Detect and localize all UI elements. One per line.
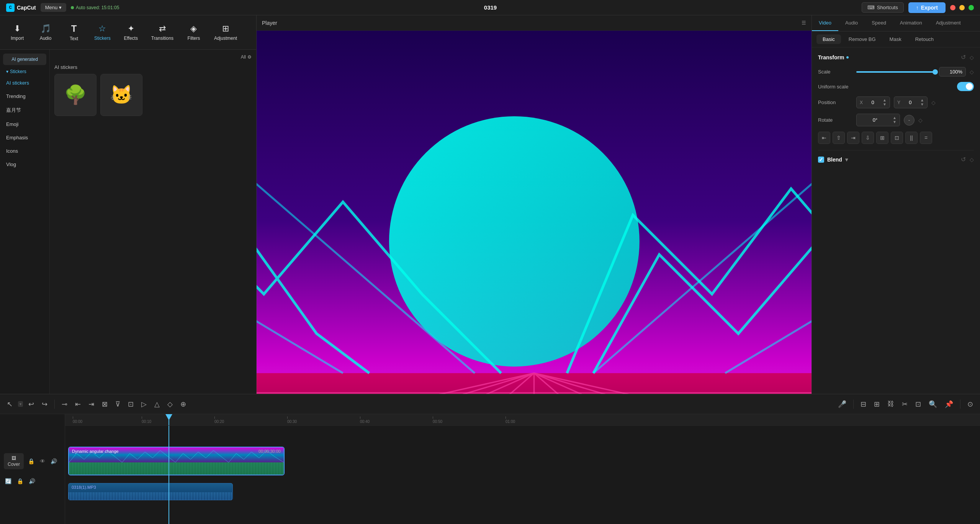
subtab-retouch[interactable]: Retouch <box>909 34 940 44</box>
tab-speed[interactable]: Speed <box>865 15 893 31</box>
sidebar-item-emoji[interactable]: Emoji <box>0 118 49 131</box>
tab-video[interactable]: Video <box>812 15 838 31</box>
rotate-keyframe-button[interactable]: ◇ <box>918 117 923 123</box>
align-top-button[interactable]: ⇩ <box>862 132 874 144</box>
window-minimize-button[interactable] <box>959 5 965 10</box>
sidebar-item-zhongyuejie[interactable]: 嘉月节 <box>0 103 49 117</box>
tool-adjustment[interactable]: ⊞ Adjustment <box>209 21 242 44</box>
eye-button[interactable]: 👁 <box>39 457 46 465</box>
audio-clip[interactable]: 0318(1).MP3 <box>68 483 233 500</box>
sidebar-item-emphasis[interactable]: Emphasis <box>0 131 49 144</box>
window-close-button[interactable] <box>950 5 955 10</box>
break-button[interactable]: ✂ <box>900 398 910 410</box>
sidebar-item-trending[interactable]: Trending <box>0 90 49 103</box>
add-tool-button[interactable]: ⊕ <box>178 398 188 410</box>
rotate-increment-button[interactable]: ▲ <box>893 116 897 120</box>
align-left-button[interactable]: ⇤ <box>818 132 830 144</box>
sidebar-item-ai-stickers[interactable]: AI stickers <box>0 77 49 89</box>
tab-adjustment[interactable]: Adjustment <box>929 15 968 31</box>
transform-button[interactable]: ⊡ <box>126 398 136 410</box>
delete-button[interactable]: ⊠ <box>100 398 110 410</box>
tab-animation[interactable]: Animation <box>893 15 929 31</box>
keyframe-button[interactable]: △ <box>152 398 162 410</box>
cursor-tool-button[interactable]: ↖ <box>5 398 15 410</box>
link-button[interactable]: ⊞ <box>872 398 882 410</box>
crop-button[interactable]: ⊽ <box>113 398 123 410</box>
playhead[interactable] <box>169 414 169 425</box>
position-x-input[interactable] <box>865 100 880 105</box>
cover-button[interactable]: 🖼 Cover <box>4 453 24 469</box>
blend-expand-arrow[interactable]: ▾ <box>845 157 848 163</box>
window-maximize-button[interactable] <box>969 5 974 10</box>
uniform-scale-toggle[interactable] <box>957 82 974 91</box>
shortcuts-button[interactable]: ⌨ Shortcuts <box>862 2 904 13</box>
audio-volume-button[interactable]: 🔊 <box>28 477 36 485</box>
sidebar-item-vlog[interactable]: Vlog <box>0 158 49 171</box>
player-menu-icon[interactable]: ☰ <box>802 20 806 26</box>
pin-button[interactable]: 📌 <box>942 398 955 410</box>
snap-button[interactable]: ⊟ <box>858 398 869 410</box>
transform-keyframe-button[interactable]: ◇ <box>970 54 974 61</box>
tool-text[interactable]: T Text <box>61 20 87 44</box>
scale-slider-container <box>856 68 935 76</box>
export-button[interactable]: ↑ Export <box>908 2 946 13</box>
diamond-tool-button[interactable]: ◇ <box>165 398 175 410</box>
align-center-h-button[interactable]: ⇧ <box>833 132 845 144</box>
subtab-remove-bg[interactable]: Remove BG <box>843 34 882 44</box>
tool-effects[interactable]: ✦ Effects <box>118 21 144 44</box>
split-button[interactable]: ⊸ <box>59 398 70 410</box>
redo-button[interactable]: ↪ <box>39 398 50 410</box>
tab-audio[interactable]: Audio <box>838 15 865 31</box>
subtab-basic[interactable]: Basic <box>816 34 841 44</box>
cursor-dropdown[interactable]: ▾ <box>18 401 23 407</box>
timeline-settings-button[interactable]: ⊙ <box>965 398 975 410</box>
audio-track-volume[interactable]: 🔊 <box>49 457 58 465</box>
blend-checkbox[interactable]: ✓ <box>818 157 824 163</box>
chain-button[interactable]: ⛓ <box>885 398 897 410</box>
align-center-v-button[interactable]: ⊞ <box>876 132 888 144</box>
sidebar-item-icons[interactable]: Icons <box>0 145 49 157</box>
rotate-decrement-button[interactable]: ▼ <box>893 120 897 124</box>
rotate-circle-button[interactable]: - <box>904 115 915 126</box>
scale-slider-track[interactable] <box>856 71 935 73</box>
tool-filters[interactable]: ◈ Filters <box>180 21 207 44</box>
lock-video-button[interactable]: 🔒 <box>27 457 36 465</box>
ai-generated-button[interactable]: AI generated <box>3 54 46 65</box>
transform-reset-button[interactable]: ↺ <box>961 54 966 61</box>
position-y-input[interactable] <box>903 100 918 105</box>
loop-button[interactable]: 🔄 <box>4 477 13 485</box>
tool-import[interactable]: ⬇ Import <box>4 21 31 44</box>
undo-button[interactable]: ↩ <box>26 398 36 410</box>
y-decrement-button[interactable]: ▼ <box>920 103 924 106</box>
x-increment-button[interactable]: ▲ <box>883 98 887 102</box>
rotate-input[interactable] <box>860 116 890 124</box>
sticker-item-cat[interactable]: 🐱 <box>100 74 142 116</box>
scale-value-input[interactable] <box>939 67 966 77</box>
x-decrement-button[interactable]: ▼ <box>883 103 887 106</box>
menu-button[interactable]: Menu ▾ <box>41 3 66 12</box>
position-keyframe-button[interactable]: ◇ <box>931 100 936 106</box>
trim-end-button[interactable]: ⇥ <box>86 398 97 410</box>
all-filter-button[interactable]: All ⚙ <box>241 54 252 60</box>
blend-reset-button[interactable]: ↺ <box>961 156 966 163</box>
zoom-out-button[interactable]: 🔍 <box>926 398 939 410</box>
scale-slider-thumb[interactable] <box>933 69 938 75</box>
y-increment-button[interactable]: ▲ <box>920 98 924 102</box>
tool-audio[interactable]: 🎵 Audio <box>32 21 59 44</box>
distribute-h-button[interactable]: || <box>905 132 918 144</box>
mic-button[interactable]: 🎤 <box>836 398 849 410</box>
scale-keyframe-button[interactable]: ◇ <box>970 69 974 75</box>
play-range-button[interactable]: ▷ <box>139 398 149 410</box>
tool-transitions[interactable]: ⇄ Transitions <box>146 21 179 44</box>
distribute-v-button[interactable]: = <box>920 132 932 144</box>
video-clip[interactable]: Dynamic angular change 00:00:30:00 <box>68 447 285 475</box>
lock-audio-button[interactable]: 🔒 <box>16 477 25 485</box>
tool-stickers[interactable]: ☆ Stickers <box>89 21 116 44</box>
align-bottom-button[interactable]: ⊡ <box>891 132 903 144</box>
subtab-mask[interactable]: Mask <box>883 34 908 44</box>
align-right-button[interactable]: ⇥ <box>847 132 859 144</box>
blend-keyframe-button[interactable]: ◇ <box>970 156 974 163</box>
trim-start-button[interactable]: ⇤ <box>73 398 83 410</box>
caption-button[interactable]: ⊡ <box>913 398 923 410</box>
sticker-item-tree[interactable]: 🌳 <box>54 74 97 116</box>
